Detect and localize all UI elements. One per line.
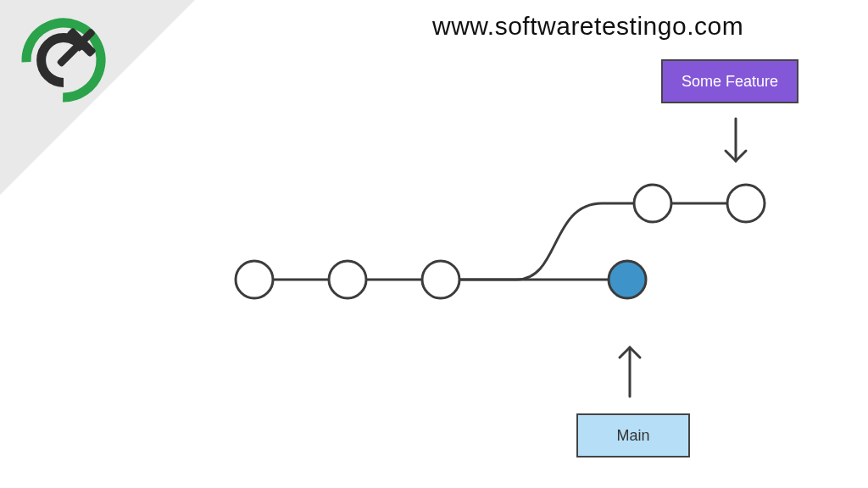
commit-main-3 xyxy=(422,261,459,298)
commit-main-2 xyxy=(329,261,366,298)
commit-feature-1 xyxy=(634,185,671,222)
git-branch-diagram xyxy=(0,0,868,488)
arrow-feature-down-icon xyxy=(726,119,746,161)
commit-main-head xyxy=(609,261,646,298)
commit-main-1 xyxy=(236,261,273,298)
edge-branch-curve xyxy=(459,203,634,280)
arrow-main-up-icon xyxy=(620,347,640,396)
commit-feature-2 xyxy=(727,185,765,222)
